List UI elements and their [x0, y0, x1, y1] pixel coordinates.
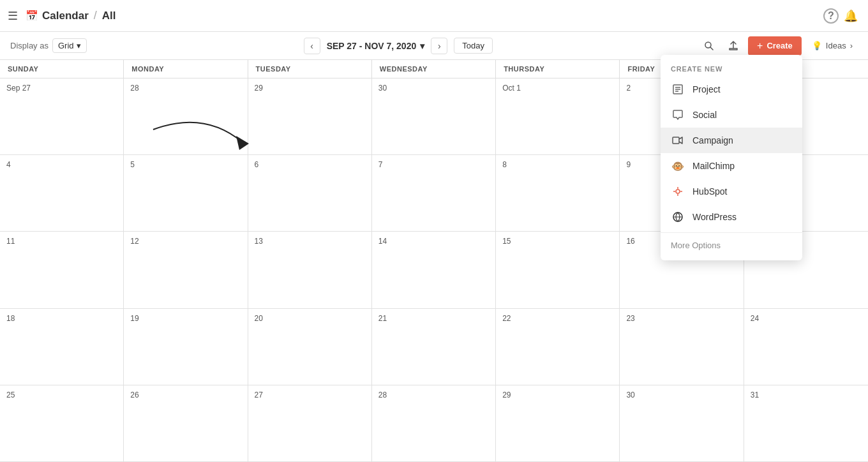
svg-point-8 [676, 190, 680, 193]
cal-cell-30b[interactable]: 30 [620, 385, 744, 462]
header-monday: MONDAY [124, 60, 248, 78]
dropdown-divider [661, 232, 802, 233]
campaign-icon [671, 133, 685, 147]
share-button[interactable] [724, 36, 743, 56]
cal-day-num: Sep 27 [6, 84, 117, 93]
breadcrumb-separator: / [94, 9, 97, 22]
cal-cell-28b[interactable]: 28 [372, 385, 496, 462]
date-range[interactable]: SEP 27 - NOV 7, 2020 ▾ [327, 41, 425, 51]
ideas-chevron-icon: › [850, 41, 853, 50]
project-icon [671, 82, 685, 96]
svg-line-1 [710, 47, 713, 50]
svg-rect-7 [673, 137, 679, 144]
cal-cell-30[interactable]: 30 [372, 78, 496, 155]
topbar-right: ? 🔔 [823, 6, 860, 26]
grid-select[interactable]: Grid ▾ [52, 38, 87, 53]
cal-cell-4[interactable]: 4 [0, 155, 124, 232]
nav-center: ‹ SEP 27 - NOV 7, 2020 ▾ › Today [97, 38, 700, 54]
header-tuesday: TUESDAY [248, 60, 372, 78]
cal-cell-5[interactable]: 5 [124, 155, 248, 232]
header-wednesday: WEDNESDAY [372, 60, 496, 78]
cal-cell-21[interactable]: 21 [372, 309, 496, 385]
cal-cell-6[interactable]: 6 [248, 155, 372, 232]
app-title: Calendar [42, 10, 89, 22]
create-button[interactable]: + Create [748, 36, 802, 56]
cal-cell-22[interactable]: 22 [496, 309, 620, 385]
cal-cell-24[interactable]: 24 [744, 309, 868, 385]
cal-cell-25[interactable]: 25 [0, 385, 124, 462]
ideas-button[interactable]: 💡 Ideas › [807, 38, 858, 53]
cal-cell-13[interactable]: 13 [248, 232, 372, 308]
next-arrow-button[interactable]: › [431, 38, 447, 54]
social-icon [671, 108, 685, 122]
cal-cell-oct1[interactable]: Oct 1 [496, 78, 620, 155]
campaign-label: Campaign [692, 135, 733, 145]
dropdown-item-mailchimp[interactable]: 🐵 MailChimp [661, 153, 802, 179]
chevron-down-icon: ▾ [77, 41, 81, 50]
hubspot-icon [671, 184, 685, 198]
cal-cell-11[interactable]: 11 [0, 232, 124, 308]
dropdown-item-hubspot[interactable]: HubSpot [661, 179, 802, 204]
display-as-label: Display as Grid ▾ [10, 38, 87, 53]
wordpress-icon [671, 210, 685, 224]
cal-cell-18[interactable]: 18 [0, 309, 124, 385]
mailchimp-icon: 🐵 [671, 159, 685, 173]
mailchimp-label: MailChimp [692, 161, 735, 171]
share-icon [728, 41, 738, 51]
cal-cell-23[interactable]: 23 [620, 309, 744, 385]
cal-cell-15[interactable]: 15 [496, 232, 620, 308]
cal-cell-28[interactable]: 28 [124, 78, 248, 155]
cal-cell-14[interactable]: 14 [372, 232, 496, 308]
cal-cell-26[interactable]: 26 [124, 385, 248, 462]
cal-cell-20[interactable]: 20 [248, 309, 372, 385]
today-button[interactable]: Today [454, 38, 493, 54]
cal-cell-sep27[interactable]: Sep 27 [0, 78, 124, 155]
hubspot-label: HubSpot [692, 186, 727, 197]
create-new-dropdown: CREATE NEW Project Social Campaign [661, 55, 802, 260]
hamburger-icon[interactable]: ☰ [8, 9, 18, 23]
search-button[interactable] [700, 36, 719, 56]
dropdown-item-social[interactable]: Social [661, 102, 802, 128]
calendar-icon: 📅 [26, 10, 38, 22]
date-range-chevron: ▾ [420, 41, 424, 51]
cal-cell-29b[interactable]: 29 [496, 385, 620, 462]
project-label: Project [692, 84, 721, 94]
topbar-left: ☰ 📅 Calendar / All [8, 9, 818, 23]
more-options-button[interactable]: More Options [661, 235, 802, 255]
prev-arrow-button[interactable]: ‹ [304, 38, 320, 54]
search-icon [704, 41, 714, 51]
cal-cell-29[interactable]: 29 [248, 78, 372, 155]
dropdown-header: CREATE NEW [661, 60, 802, 77]
help-icon[interactable]: ? [823, 8, 839, 24]
dropdown-item-project[interactable]: Project [661, 77, 802, 102]
breadcrumb-all[interactable]: All [102, 10, 116, 22]
create-plus-icon: + [757, 40, 763, 52]
dropdown-item-wordpress[interactable]: WordPress [661, 204, 802, 230]
wordpress-label: WordPress [692, 212, 737, 222]
header-thursday: THURSDAY [496, 60, 620, 78]
cal-cell-31[interactable]: 31 [744, 385, 868, 462]
header-sunday: SUNDAY [0, 60, 124, 78]
cal-cell-8[interactable]: 8 [496, 155, 620, 232]
topbar: ☰ 📅 Calendar / All ? 🔔 [0, 0, 868, 32]
ideas-icon: 💡 [812, 41, 822, 50]
topbar-title: 📅 Calendar [26, 10, 89, 22]
social-label: Social [692, 110, 717, 120]
toolbar-right: + Create 💡 Ideas › [700, 36, 858, 56]
cal-cell-12[interactable]: 12 [124, 232, 248, 308]
dropdown-item-campaign[interactable]: Campaign [661, 128, 802, 153]
cal-cell-7[interactable]: 7 [372, 155, 496, 232]
cal-cell-27b[interactable]: 27 [248, 385, 372, 462]
bell-icon[interactable]: 🔔 [841, 6, 860, 26]
cal-cell-19[interactable]: 19 [124, 309, 248, 385]
